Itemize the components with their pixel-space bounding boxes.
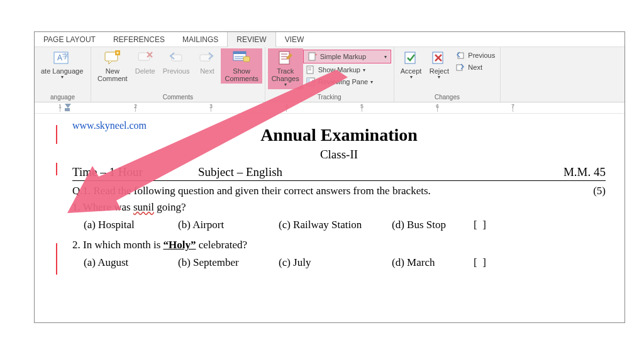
show-comments-icon [231,50,252,66]
options-row: (a) August (b) September (c) July (d) Ma… [72,256,606,269]
tab-page-layout[interactable]: PAGE LAYOUT [35,32,104,47]
option: (a) Hospital [84,219,178,231]
track-changes-button[interactable]: Track Changes ▾ [268,48,303,89]
option: (c) July [279,256,392,269]
ruler-tick: 1 [58,103,62,109]
simple-markup-icon [308,52,318,62]
svg-text:字: 字 [62,53,69,60]
meta-time: Time – 1 Hour [72,165,198,179]
question-item: 1. Where was sunil going? [72,201,606,214]
options-row: (a) Hospital (b) Airport (c) Railway Sta… [72,219,606,231]
next-comment-icon [197,50,217,66]
q-text: going? [154,201,186,213]
group-label-language: anguage [37,93,88,102]
reviewing-pane-dropdown[interactable]: Reviewing Pane ▾ [303,76,391,87]
dropdown-icon: ▾ [284,82,287,88]
svg-rect-33 [457,65,462,70]
track-changes-icon [275,50,296,66]
spell-error: sunil [133,201,154,213]
ribbon-tabs: PAGE LAYOUT REFERENCES MAILINGS REVIEW V… [35,32,625,47]
accept-icon [401,50,421,66]
group-label-changes: Changes [397,93,497,102]
group-label-comments: Comments [94,93,262,102]
tab-references[interactable]: REFERENCES [104,32,174,47]
svg-rect-11 [200,55,210,61]
ribbon: A字 ate Language ▾ anguage New Comment [35,47,625,102]
previous-comment-icon [166,50,186,66]
group-label-tracking: Tracking [268,93,391,102]
dropdown-icon: ▾ [438,75,440,80]
reviewing-pane-icon [306,77,316,87]
doc-subtitle: Class-II [72,148,606,162]
dropdown-icon: ▾ [370,79,373,85]
option: (d) Bus Stop [392,219,474,231]
svg-text:A: A [57,53,62,62]
new-comment-icon [103,50,123,66]
question-heading: Q.1. Read the following question and giv… [72,185,606,197]
reject-button[interactable]: Reject ▾ [425,48,453,82]
answer-box: [ ] [474,256,505,269]
q-text: 2. In which month is [72,239,164,251]
option: (b) September [178,256,279,269]
tracking-options: Simple Markup ▾ Show Markup ▾ Reviewing … [303,48,391,87]
show-markup-icon [306,65,316,75]
option: (a) August [84,256,178,269]
svg-rect-16 [243,57,250,62]
q-text: celebrated? [196,239,247,251]
reject-icon [429,50,449,66]
track-changes-label: Track Changes [272,67,299,82]
ruler-tick: 6 [436,103,439,109]
doc-title: Annual Examination [72,125,606,145]
change-bar [56,125,57,144]
new-comment-label: New Comment [97,67,128,82]
new-comment-button[interactable]: New Comment [94,48,131,84]
delete-label: Delete [135,67,155,75]
language-icon: A字 [52,50,72,66]
previous-comment-button[interactable]: Previous [159,48,194,76]
tab-view[interactable]: VIEW [276,32,313,47]
language-button[interactable]: A字 ate Language ▾ [37,48,87,82]
delete-comment-button[interactable]: Delete [131,48,159,76]
previous-change-button[interactable]: Previous [453,50,497,61]
change-bar [56,243,57,275]
svg-rect-27 [307,78,310,85]
previous-label: Previous [163,67,190,75]
horizontal-ruler[interactable]: 1 2 3 4 5 6 7 [35,102,625,114]
show-markup-dropdown[interactable]: Show Markup ▾ [303,64,391,75]
svg-rect-28 [405,52,415,63]
previous-change-icon [455,50,465,60]
group-language: A字 ate Language ▾ anguage [35,47,91,102]
change-bar [56,163,57,175]
group-tracking: Track Changes ▾ Simple Markup ▾ Show Mar… [265,47,394,102]
watermark-link: www.skyneel.com [72,120,147,131]
changes-nav: Previous Next [453,48,497,73]
question-item: 2. In which month is “Holy” celebrated? [72,239,606,251]
answer-box: [ ] [474,219,505,231]
dropdown-icon: ▾ [61,75,64,80]
accept-button[interactable]: Accept ▾ [397,48,426,82]
group-comments: New Comment Delete Previous [91,47,265,102]
delete-comment-icon [135,50,155,66]
tab-review[interactable]: REVIEW [227,31,275,47]
q-text: 1. Where was [72,201,133,213]
next-change-button[interactable]: Next [453,62,497,73]
next-comment-button[interactable]: Next [193,48,221,76]
option: (b) Airport [178,219,279,231]
document-page[interactable]: www.skyneel.com Annual Examination Class… [35,114,625,269]
doc-meta-row: Time – 1 Hour Subject – English M.M. 45 [72,165,606,181]
next-label: Next [200,67,214,75]
next-change-label: Next [468,63,482,71]
show-comments-label: Show Comments [225,67,258,82]
simple-markup-label: Simple Markup [320,53,366,60]
option: (c) Railway Station [279,219,392,231]
meta-subject: Subject – English [198,165,543,179]
tab-mailings[interactable]: MAILINGS [174,32,227,47]
show-comments-button[interactable]: Show Comments [221,48,262,84]
ruler-tick: 4 [285,103,288,109]
svg-rect-13 [233,52,246,54]
dropdown-icon: ▾ [384,54,387,60]
q1-text: Q.1. Read the following question and giv… [72,185,431,197]
simple-markup-dropdown[interactable]: Simple Markup ▾ [303,50,391,63]
meta-marks: M.M. 45 [543,165,606,179]
previous-change-label: Previous [468,52,495,59]
